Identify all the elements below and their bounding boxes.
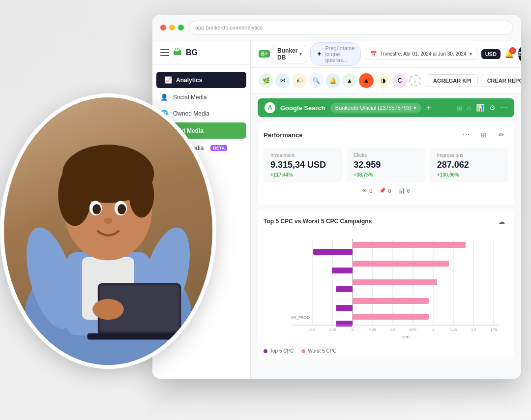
currency-selector[interactable]: USD: [481, 49, 501, 59]
logo-icon: 🏔: [173, 47, 182, 58]
performance-grid-button[interactable]: ⊞: [477, 128, 491, 142]
svg-point-12: [104, 217, 113, 224]
svg-text:-0,25: -0,25: [328, 328, 336, 331]
home-icon[interactable]: ⌂: [467, 104, 471, 112]
kpi-icon-5[interactable]: 🔔: [325, 73, 340, 88]
svg-point-11: [118, 204, 126, 214]
hamburger-icon[interactable]: [160, 49, 169, 56]
chart-count: 6: [407, 188, 410, 194]
impressions-value: 287.062: [437, 160, 502, 170]
owned-media-label: Owned Media: [173, 110, 209, 117]
pin-count: 0: [388, 188, 391, 194]
sidebar-item-social-media[interactable]: 👤 Social Media: [152, 89, 250, 105]
global-search-bar[interactable]: ✦ Pregúntame lo que quieras...: [310, 42, 361, 66]
db-selector[interactable]: Bunker DB ▾: [273, 45, 306, 63]
svg-text:0,75: 0,75: [410, 328, 416, 331]
scene: app.bunkerdb.com/analytics 🏔 BG: [0, 0, 531, 420]
bar-worst-5: [353, 314, 429, 320]
cross-media-beta-badge: BETA: [210, 145, 227, 151]
chart-count-icon: 📊: [398, 187, 405, 194]
performance-edit-button[interactable]: ✏: [495, 128, 508, 142]
clicks-value: 32.959: [354, 160, 418, 170]
legend-worst-cpc-dot: [301, 349, 305, 353]
analytics-label: Analytics: [176, 77, 202, 84]
bar-chart-svg: AR_PROD -0,5 -0,25 0 0,25 0,5 0,75: [264, 234, 508, 342]
eye-count: 0: [369, 188, 372, 194]
logo-text: BG: [186, 48, 198, 57]
legend-top-cpc-label: Top 5 CPC: [270, 348, 294, 354]
url-bar[interactable]: app.bunkerdb.com/analytics: [189, 21, 513, 34]
clicks-label: Clicks: [354, 152, 418, 158]
maximize-dot[interactable]: [178, 25, 184, 30]
svg-rect-17: [88, 333, 186, 340]
calendar-icon: 📅: [370, 51, 377, 57]
pin-count-item: 📌 0: [379, 187, 391, 194]
crear-reporte-button[interactable]: CREAR REPORTE ▾: [481, 74, 521, 87]
sidebar-header: 🏔 BG: [152, 40, 250, 65]
kpi-icon-4[interactable]: 🔍: [309, 73, 324, 88]
bar-worst-3: [353, 279, 437, 285]
settings-icon[interactable]: ⚙: [489, 104, 496, 112]
svg-text:1,25: 1,25: [450, 328, 457, 331]
more-icon[interactable]: ⋯: [501, 104, 507, 112]
performance-actions: ⋯ ⊞ ✏: [459, 128, 508, 142]
kpi-icon-2[interactable]: ✉: [275, 73, 290, 88]
top-navigation-bar: B+ Bunker DB ▾ ✦ Pregúntame lo que quier…: [251, 40, 521, 68]
kpi-icon-3[interactable]: 🏷: [292, 73, 307, 88]
google-ads-icon: A: [265, 102, 275, 113]
svg-text:1,5: 1,5: [471, 328, 476, 331]
bar-top-4: [336, 305, 353, 311]
svg-point-7: [129, 172, 154, 217]
bar-worst-1: [353, 242, 466, 248]
chart-count-item: 📊 6: [398, 187, 410, 194]
google-search-bar: A Google Search Bunkerdb Official (23795…: [258, 98, 514, 117]
svg-text:0: 0: [352, 328, 354, 331]
social-media-icon: 👤: [160, 93, 168, 101]
kpi-icon-6[interactable]: ▲: [342, 73, 357, 88]
google-account-name: Bunkerdb Official (2379578793): [335, 105, 412, 111]
performance-more-button[interactable]: ⋯: [459, 128, 473, 142]
performance-section: Performance ⋯ ⊞ ✏: [258, 122, 514, 205]
analytics-icon: 📈: [164, 76, 172, 84]
investment-label: Investment: [270, 152, 335, 158]
user-avatar[interactable]: BG: [518, 47, 521, 61]
kpi-icon-9[interactable]: C: [392, 73, 407, 88]
grid-view-icon[interactable]: ⊞: [456, 104, 462, 112]
minimize-dot[interactable]: [169, 25, 175, 30]
add-account-button[interactable]: +: [426, 103, 431, 112]
browser-topbar: app.bunkerdb.com/analytics: [152, 15, 521, 40]
add-kpi-button[interactable]: AGREGAR KPI: [427, 74, 478, 87]
notifications-button[interactable]: 🔔 7: [504, 49, 514, 59]
investment-card: Investment 9.315,34 USD +117,44%: [264, 148, 342, 182]
google-search-label: Google Search: [280, 104, 325, 112]
browser-controls: [160, 25, 184, 30]
kpi-icon-more[interactable]: ›: [409, 75, 421, 87]
clicks-card: Clicks 32.959 +38,75%: [347, 148, 425, 182]
clicks-change: +38,75%: [354, 172, 418, 178]
svg-text:-0,5: -0,5: [309, 328, 315, 331]
date-range-selector[interactable]: 📅 Trimestre: Abr 01, 2024 al Jun 30, 202…: [365, 48, 477, 60]
kpi-icon-1[interactable]: 🌿: [259, 73, 273, 88]
chart-header: Top 5 CPC vs Worst 5 CPC Campaigns ☁: [264, 214, 508, 228]
date-chevron-icon: ▾: [470, 51, 472, 57]
chart-icon[interactable]: 📊: [476, 104, 484, 112]
impressions-card: Impressions 287.062 +130,96%: [430, 148, 508, 182]
sidebar-item-analytics[interactable]: 📈 Analytics: [156, 72, 246, 88]
pin-icon: 📌: [379, 187, 386, 194]
legend-top-cpc: Top 5 CPC: [264, 348, 294, 354]
chart-title: Top 5 CPC vs Worst 5 CPC Campaigns: [264, 218, 372, 225]
chart-download-button[interactable]: ☁: [495, 214, 508, 228]
kpi-icon-8[interactable]: ◑: [376, 73, 390, 88]
kpi-icons-row: 🌿 ✉ 🏷 🔍 🔔 ▲ ▲ ◑ C ›: [259, 73, 421, 88]
chart-section: Top 5 CPC vs Worst 5 CPC Campaigns ☁: [258, 209, 514, 360]
bar-top-3: [336, 286, 353, 292]
google-account-selector[interactable]: Bunkerdb Official (2379578793) ▾: [330, 103, 421, 113]
kpi-icon-7[interactable]: ▲: [359, 73, 374, 88]
bar-top-2: [332, 268, 353, 273]
close-dot[interactable]: [160, 25, 166, 30]
sparkle-icon: ✦: [317, 50, 322, 58]
main-content: B+ Bunker DB ▾ ✦ Pregúntame lo que quier…: [251, 40, 521, 379]
google-bar-actions: ⊞ ⌂ 📊 ⚙ ⋯: [456, 104, 507, 112]
investment-value: 9.315,34 USD: [270, 160, 335, 170]
bar-label-ar-prod: AR_PROD: [291, 315, 310, 320]
